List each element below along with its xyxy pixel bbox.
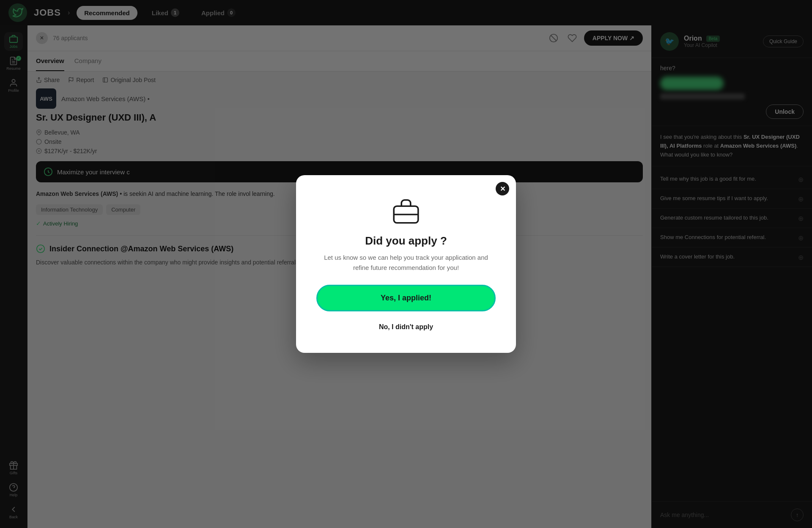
apply-modal: ✕ Did you apply ? Let us know so we can … xyxy=(296,175,516,353)
modal-subtitle: Let us know so we can help you track you… xyxy=(316,253,496,273)
modal-briefcase-icon xyxy=(391,195,421,226)
modal-close-button[interactable]: ✕ xyxy=(496,182,509,195)
modal-overlay[interactable]: ✕ Did you apply ? Let us know so we can … xyxy=(0,0,812,528)
no-applied-button[interactable]: No, I didn't apply xyxy=(316,318,496,336)
yes-applied-button[interactable]: Yes, I applied! xyxy=(316,285,496,311)
modal-title: Did you apply ? xyxy=(316,234,496,248)
